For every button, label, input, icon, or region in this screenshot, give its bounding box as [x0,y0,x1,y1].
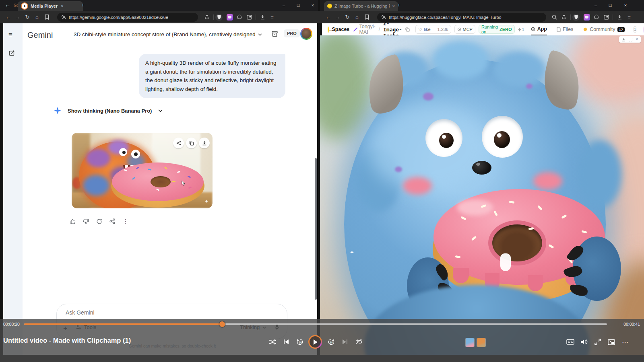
space-preview-image[interactable]: ✦ × [320,35,644,355]
path-separator: / [379,27,380,32]
chevron-down-icon [258,33,262,36]
reload-button[interactable]: ↻ [343,12,352,22]
home-button[interactable]: ⌂ [352,12,362,22]
bookmark-button[interactable] [362,12,372,22]
brave-shield-icon[interactable] [215,14,223,21]
share-button[interactable] [202,12,212,22]
downloads-button[interactable] [258,12,267,22]
volume-button[interactable] [578,336,590,348]
new-chat-button[interactable] [9,50,15,56]
tab-files-label: Files [563,27,573,32]
bookmark-button[interactable] [42,12,52,22]
share-button[interactable] [559,12,569,22]
brave-shield-icon[interactable] [572,14,580,21]
reload-button[interactable]: ↻ [23,12,32,22]
archive-icon[interactable] [271,31,278,37]
huggingface-tab[interactable]: Z Image Turbo - a Hugging Face × [324,1,398,11]
account-avatar[interactable] [300,28,312,40]
more-options-button[interactable]: ⋮ [122,217,130,225]
skip-forward-30-button[interactable]: 30 [325,336,337,348]
sparkle-watermark-icon: ✦ [204,199,208,204]
skip-back-10-button[interactable]: 10 [294,336,306,348]
window-maximize-button[interactable]: □ [291,0,305,10]
media-player-window: ← Go Media Player × + – □ × ← → ↻ ⌂ [0,0,644,362]
downloads-button[interactable] [615,12,624,22]
assistant-extension-icon[interactable] [225,12,235,22]
queue-thumbnail-2[interactable] [477,338,486,347]
window-close-button[interactable]: × [619,0,632,10]
like-button[interactable]: ♡ like 1.23k [415,25,451,34]
tab-community[interactable]: Community 17 [583,27,625,32]
image-share-button[interactable] [173,138,184,148]
window-minimize-button[interactable]: – [589,0,603,10]
site-info-icon[interactable] [381,15,386,20]
conversation-title-dropdown[interactable]: 3D chibi-style miniature concept store o… [74,31,262,37]
window-close-button[interactable]: × [306,0,320,10]
spaces-link[interactable]: Spaces [332,27,350,32]
regenerate-button[interactable] [95,217,103,225]
extensions-button[interactable] [592,12,601,22]
org-link[interactable]: Tongyi-MAI [359,24,375,35]
share-response-button[interactable] [108,217,116,225]
shuffle-button[interactable] [266,336,279,348]
mini-player-button[interactable] [605,336,617,348]
monster-nose [472,161,491,175]
copy-name-icon[interactable] [405,27,410,32]
thumbs-down-button[interactable] [82,217,90,225]
next-button[interactable] [339,336,351,348]
current-time: 00:00:20 [3,322,20,327]
previous-button[interactable] [280,336,292,348]
media-player-tab[interactable]: Media Player × [18,1,83,11]
assistant-extension-icon[interactable] [582,12,592,22]
extensions-button[interactable] [235,12,244,22]
queue-thumbnail-1[interactable] [465,338,475,347]
generated-image[interactable]: ✦ [72,133,213,208]
search-icon[interactable] [549,12,559,22]
address-bar[interactable]: https://huggingface.co/spaces/Tongyi-MAI… [377,13,546,22]
gemini-page: ≡ Gemini 3D chibi-style miniature concep… [3,23,317,355]
captions-button[interactable] [564,336,576,348]
thumbs-up-button[interactable] [68,217,76,225]
new-tab-button[interactable]: + [81,2,85,8]
window-minimize-button[interactable]: – [277,0,291,10]
browser-menu-button[interactable]: ≡ [267,12,277,22]
like-count[interactable]: 1.23k [435,27,451,32]
nav-back-button[interactable]: ← [3,12,13,22]
scrollbar[interactable] [315,158,317,300]
player-back-button[interactable]: ← [5,2,10,8]
nav-forward-button[interactable]: → [13,12,23,22]
gemini-menu-button[interactable]: ≡ [8,31,12,38]
repeat-off-button[interactable] [353,336,365,348]
new-tab-button[interactable]: + [397,2,400,8]
play-button[interactable] [308,335,322,349]
tab-title: Z Image Turbo - a Hugging Face [334,4,390,8]
heart-icon: ♡ [418,27,422,32]
running-status-badge[interactable]: Running on ZERO [479,25,515,34]
more-button[interactable]: ⋯ [619,336,631,348]
sidebar-panel-button[interactable] [601,12,611,22]
fullscreen-button[interactable] [592,336,604,348]
nav-forward-button[interactable]: → [333,12,343,22]
address-bar[interactable]: https://gemini.google.com/app/5aa900219d… [57,13,198,22]
browser-menu-button[interactable]: ≡ [624,12,634,22]
embed-fullscreen-icon[interactable] [629,38,632,41]
tab-app[interactable]: App [531,23,547,35]
image-copy-button[interactable] [186,138,197,148]
embed-download-icon[interactable] [622,38,625,41]
mcp-badge[interactable]: MCP [454,25,475,34]
tab-close-icon[interactable]: × [392,4,395,8]
tab-close-icon[interactable]: × [61,4,63,8]
tab-files[interactable]: Files [557,27,573,32]
seek-bar[interactable] [24,323,607,325]
sidebar-panel-button[interactable] [244,12,254,22]
nav-back-button[interactable]: ← [323,12,333,22]
site-info-icon[interactable] [61,15,66,20]
embed-close-icon[interactable]: × [636,37,638,41]
gemini-input[interactable] [65,309,227,316]
image-download-button[interactable] [199,138,210,148]
thinking-toggle[interactable]: Show thinking (Nano Banana Pro) [54,107,163,114]
home-button[interactable]: ⌂ [32,12,42,22]
window-maximize-button[interactable]: □ [603,0,617,10]
media-player-app-icon [21,2,28,10]
seek-handle[interactable] [219,321,225,327]
